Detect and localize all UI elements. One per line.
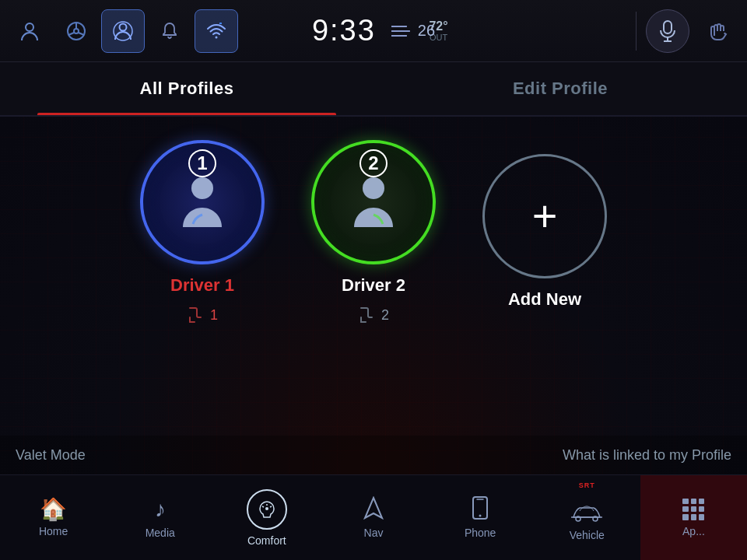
nav-label: Nav — [364, 527, 384, 539]
microphone-button[interactable] — [646, 9, 689, 53]
tab-all-profiles[interactable]: All Profiles — [0, 62, 374, 115]
svg-rect-14 — [664, 21, 672, 33]
nav-item-home[interactable]: 🏠 Home — [0, 475, 107, 560]
status-left-icons: ~ — [8, 9, 238, 53]
clock-display: 9:33 — [312, 14, 376, 47]
driver2-seat: 2 — [358, 306, 389, 324]
valet-mode-label[interactable]: Valet Mode — [16, 447, 86, 464]
profiles-container: 1 Driver 1 1 — [140, 140, 607, 324]
driver2-avatar[interactable]: 2 — [311, 140, 436, 264]
plus-icon: + — [532, 194, 558, 238]
apps-label: Ap... — [682, 525, 705, 537]
svg-line-5 — [79, 33, 84, 35]
status-divider — [636, 12, 637, 51]
apps-grid-icon — [682, 499, 704, 520]
nav-item-phone[interactable]: Phone — [427, 475, 534, 560]
svg-line-21 — [270, 506, 272, 507]
vehicle-label: Vehicle — [570, 529, 605, 541]
info-bar: Valet Mode What is linked to my Profile — [0, 436, 747, 474]
svg-line-4 — [68, 33, 74, 35]
svg-point-8 — [216, 36, 218, 38]
home-icon: 🏠 — [40, 499, 67, 520]
add-new-avatar[interactable]: + — [482, 154, 607, 278]
fan-speed: 26 — [418, 22, 435, 40]
person-status-icon[interactable] — [8, 9, 51, 53]
nav-item-vehicle[interactable]: SRT Vehicle — [534, 475, 640, 560]
home-label: Home — [39, 525, 68, 537]
nav-item-comfort[interactable]: Comfort — [213, 475, 320, 560]
nav-arrow-icon — [363, 496, 384, 522]
svg-point-25 — [479, 515, 482, 517]
driver1-seat-number: 1 — [210, 307, 218, 324]
profile-card-driver1[interactable]: 1 Driver 1 1 — [140, 140, 265, 324]
status-center: 9:33 26 — [312, 14, 435, 47]
driver2-number: 2 — [359, 149, 388, 177]
driver1-number: 1 — [188, 149, 216, 177]
svg-point-18 — [363, 177, 384, 199]
svg-text:~: ~ — [219, 23, 223, 29]
media-icon: ♪ — [155, 497, 166, 522]
phone-label: Phone — [465, 527, 496, 539]
driver2-seat-number: 2 — [381, 307, 389, 324]
driver1-seat: 1 — [187, 306, 218, 324]
svg-line-22 — [262, 506, 264, 507]
driver1-name: Driver 1 — [170, 275, 234, 296]
svg-point-2 — [74, 29, 79, 33]
bottom-nav: 🏠 Home ♪ Media Comfort Nav — [0, 474, 747, 560]
vehicle-icon — [570, 503, 603, 524]
wifi-icon[interactable]: ~ — [195, 9, 238, 53]
comfort-label: Comfort — [247, 534, 286, 547]
nav-item-nav[interactable]: Nav — [320, 475, 426, 560]
phone-icon — [472, 496, 488, 522]
linked-info-label[interactable]: What is linked to my Profile — [563, 447, 731, 464]
svg-point-6 — [120, 23, 127, 30]
fan-display: 26 — [391, 22, 435, 40]
svg-point-17 — [191, 177, 213, 199]
svg-marker-23 — [365, 498, 382, 518]
driver1-avatar[interactable]: 1 — [140, 140, 265, 264]
svg-point-0 — [26, 23, 33, 31]
hand-icon[interactable] — [696, 9, 739, 53]
driver2-name: Driver 2 — [342, 275, 405, 296]
srt-badge: SRT — [579, 481, 595, 489]
profile-card-driver2[interactable]: 2 Driver 2 2 — [311, 140, 436, 324]
status-right — [633, 9, 739, 53]
profile-active-icon[interactable] — [101, 9, 145, 53]
add-new-label: Add New — [508, 289, 581, 310]
nav-item-media[interactable]: ♪ Media — [107, 475, 213, 560]
tab-bar: All Profiles Edit Profile — [0, 62, 747, 117]
tab-edit-profile[interactable]: Edit Profile — [374, 62, 747, 115]
status-bar: ~ 72° OUT 9:33 26 — [0, 0, 747, 62]
steering-wheel-icon[interactable] — [54, 9, 98, 53]
notification-bell-icon[interactable] — [148, 9, 191, 53]
media-label: Media — [146, 527, 175, 539]
svg-point-19 — [265, 507, 268, 510]
comfort-circle — [247, 489, 287, 530]
main-content: 1 Driver 1 1 — [0, 117, 747, 474]
add-new-card[interactable]: + Add New — [482, 154, 607, 310]
nav-item-apps[interactable]: Ap... — [640, 475, 747, 560]
